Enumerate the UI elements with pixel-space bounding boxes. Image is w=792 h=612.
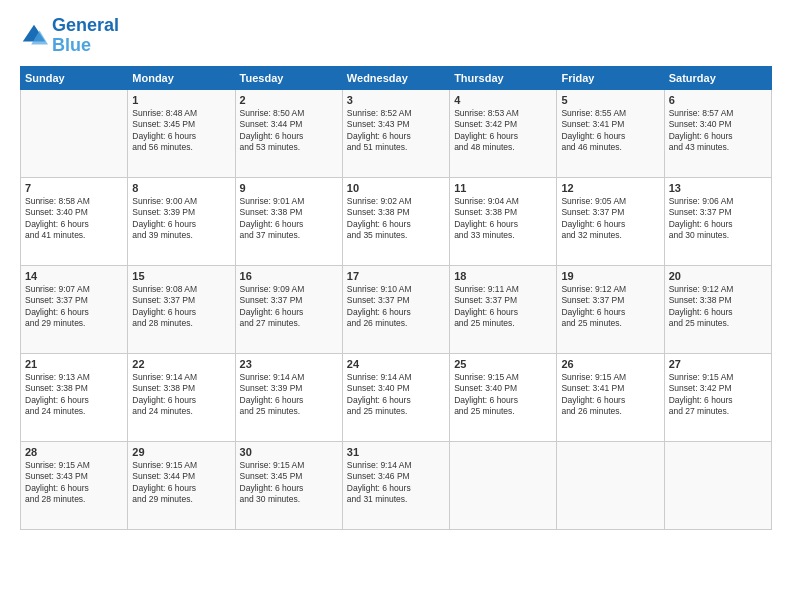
day-number: 25	[454, 358, 552, 370]
day-number: 7	[25, 182, 123, 194]
day-info: Sunrise: 8:53 AMSunset: 3:42 PMDaylight:…	[454, 108, 552, 154]
day-number: 16	[240, 270, 338, 282]
day-number: 24	[347, 358, 445, 370]
column-header-friday: Friday	[557, 66, 664, 89]
day-info: Sunrise: 9:14 AMSunset: 3:38 PMDaylight:…	[132, 372, 230, 418]
calendar-table: SundayMondayTuesdayWednesdayThursdayFrid…	[20, 66, 772, 530]
day-number: 28	[25, 446, 123, 458]
calendar-cell: 5Sunrise: 8:55 AMSunset: 3:41 PMDaylight…	[557, 89, 664, 177]
day-number: 1	[132, 94, 230, 106]
day-number: 18	[454, 270, 552, 282]
calendar-cell: 15Sunrise: 9:08 AMSunset: 3:37 PMDayligh…	[128, 265, 235, 353]
day-number: 17	[347, 270, 445, 282]
day-info: Sunrise: 9:01 AMSunset: 3:38 PMDaylight:…	[240, 196, 338, 242]
day-info: Sunrise: 9:02 AMSunset: 3:38 PMDaylight:…	[347, 196, 445, 242]
day-number: 5	[561, 94, 659, 106]
day-info: Sunrise: 9:11 AMSunset: 3:37 PMDaylight:…	[454, 284, 552, 330]
day-number: 22	[132, 358, 230, 370]
day-info: Sunrise: 9:14 AMSunset: 3:46 PMDaylight:…	[347, 460, 445, 506]
calendar-cell: 10Sunrise: 9:02 AMSunset: 3:38 PMDayligh…	[342, 177, 449, 265]
calendar-cell: 4Sunrise: 8:53 AMSunset: 3:42 PMDaylight…	[450, 89, 557, 177]
calendar-cell: 18Sunrise: 9:11 AMSunset: 3:37 PMDayligh…	[450, 265, 557, 353]
calendar-cell: 26Sunrise: 9:15 AMSunset: 3:41 PMDayligh…	[557, 353, 664, 441]
day-info: Sunrise: 9:15 AMSunset: 3:43 PMDaylight:…	[25, 460, 123, 506]
column-header-thursday: Thursday	[450, 66, 557, 89]
day-info: Sunrise: 9:07 AMSunset: 3:37 PMDaylight:…	[25, 284, 123, 330]
logo-text: GeneralBlue	[52, 16, 119, 56]
day-info: Sunrise: 9:13 AMSunset: 3:38 PMDaylight:…	[25, 372, 123, 418]
day-info: Sunrise: 9:10 AMSunset: 3:37 PMDaylight:…	[347, 284, 445, 330]
calendar-cell	[557, 441, 664, 529]
day-number: 20	[669, 270, 767, 282]
calendar-cell: 24Sunrise: 9:14 AMSunset: 3:40 PMDayligh…	[342, 353, 449, 441]
calendar-cell: 30Sunrise: 9:15 AMSunset: 3:45 PMDayligh…	[235, 441, 342, 529]
calendar-cell: 2Sunrise: 8:50 AMSunset: 3:44 PMDaylight…	[235, 89, 342, 177]
day-number: 4	[454, 94, 552, 106]
day-info: Sunrise: 9:15 AMSunset: 3:40 PMDaylight:…	[454, 372, 552, 418]
day-info: Sunrise: 9:04 AMSunset: 3:38 PMDaylight:…	[454, 196, 552, 242]
day-number: 21	[25, 358, 123, 370]
day-number: 13	[669, 182, 767, 194]
day-number: 31	[347, 446, 445, 458]
calendar-cell	[21, 89, 128, 177]
logo: GeneralBlue	[20, 16, 119, 56]
calendar-cell	[450, 441, 557, 529]
day-number: 15	[132, 270, 230, 282]
day-info: Sunrise: 8:52 AMSunset: 3:43 PMDaylight:…	[347, 108, 445, 154]
day-number: 2	[240, 94, 338, 106]
calendar-cell: 19Sunrise: 9:12 AMSunset: 3:37 PMDayligh…	[557, 265, 664, 353]
day-number: 11	[454, 182, 552, 194]
calendar-cell: 9Sunrise: 9:01 AMSunset: 3:38 PMDaylight…	[235, 177, 342, 265]
calendar-cell: 1Sunrise: 8:48 AMSunset: 3:45 PMDaylight…	[128, 89, 235, 177]
calendar-cell	[664, 441, 771, 529]
calendar-cell: 17Sunrise: 9:10 AMSunset: 3:37 PMDayligh…	[342, 265, 449, 353]
calendar-cell: 21Sunrise: 9:13 AMSunset: 3:38 PMDayligh…	[21, 353, 128, 441]
day-info: Sunrise: 9:09 AMSunset: 3:37 PMDaylight:…	[240, 284, 338, 330]
calendar-cell: 11Sunrise: 9:04 AMSunset: 3:38 PMDayligh…	[450, 177, 557, 265]
calendar-cell: 6Sunrise: 8:57 AMSunset: 3:40 PMDaylight…	[664, 89, 771, 177]
calendar-cell: 28Sunrise: 9:15 AMSunset: 3:43 PMDayligh…	[21, 441, 128, 529]
day-number: 23	[240, 358, 338, 370]
column-header-sunday: Sunday	[21, 66, 128, 89]
day-info: Sunrise: 9:08 AMSunset: 3:37 PMDaylight:…	[132, 284, 230, 330]
day-number: 12	[561, 182, 659, 194]
calendar-cell: 25Sunrise: 9:15 AMSunset: 3:40 PMDayligh…	[450, 353, 557, 441]
day-number: 6	[669, 94, 767, 106]
day-info: Sunrise: 9:15 AMSunset: 3:42 PMDaylight:…	[669, 372, 767, 418]
day-info: Sunrise: 9:12 AMSunset: 3:37 PMDaylight:…	[561, 284, 659, 330]
calendar-cell: 7Sunrise: 8:58 AMSunset: 3:40 PMDaylight…	[21, 177, 128, 265]
calendar-cell: 16Sunrise: 9:09 AMSunset: 3:37 PMDayligh…	[235, 265, 342, 353]
calendar-cell: 22Sunrise: 9:14 AMSunset: 3:38 PMDayligh…	[128, 353, 235, 441]
column-header-wednesday: Wednesday	[342, 66, 449, 89]
column-header-saturday: Saturday	[664, 66, 771, 89]
logo-icon	[20, 22, 48, 50]
day-info: Sunrise: 9:15 AMSunset: 3:44 PMDaylight:…	[132, 460, 230, 506]
day-info: Sunrise: 9:06 AMSunset: 3:37 PMDaylight:…	[669, 196, 767, 242]
day-info: Sunrise: 9:14 AMSunset: 3:39 PMDaylight:…	[240, 372, 338, 418]
day-info: Sunrise: 9:05 AMSunset: 3:37 PMDaylight:…	[561, 196, 659, 242]
calendar-cell: 27Sunrise: 9:15 AMSunset: 3:42 PMDayligh…	[664, 353, 771, 441]
day-number: 14	[25, 270, 123, 282]
day-info: Sunrise: 8:57 AMSunset: 3:40 PMDaylight:…	[669, 108, 767, 154]
day-number: 10	[347, 182, 445, 194]
calendar-cell: 29Sunrise: 9:15 AMSunset: 3:44 PMDayligh…	[128, 441, 235, 529]
calendar-cell: 12Sunrise: 9:05 AMSunset: 3:37 PMDayligh…	[557, 177, 664, 265]
calendar-cell: 8Sunrise: 9:00 AMSunset: 3:39 PMDaylight…	[128, 177, 235, 265]
page-header: GeneralBlue	[20, 16, 772, 56]
day-number: 3	[347, 94, 445, 106]
column-header-monday: Monday	[128, 66, 235, 89]
day-number: 30	[240, 446, 338, 458]
day-number: 8	[132, 182, 230, 194]
day-number: 19	[561, 270, 659, 282]
day-info: Sunrise: 9:12 AMSunset: 3:38 PMDaylight:…	[669, 284, 767, 330]
day-number: 29	[132, 446, 230, 458]
day-info: Sunrise: 9:15 AMSunset: 3:41 PMDaylight:…	[561, 372, 659, 418]
day-info: Sunrise: 9:14 AMSunset: 3:40 PMDaylight:…	[347, 372, 445, 418]
day-info: Sunrise: 9:15 AMSunset: 3:45 PMDaylight:…	[240, 460, 338, 506]
day-info: Sunrise: 8:48 AMSunset: 3:45 PMDaylight:…	[132, 108, 230, 154]
day-info: Sunrise: 8:50 AMSunset: 3:44 PMDaylight:…	[240, 108, 338, 154]
calendar-cell: 23Sunrise: 9:14 AMSunset: 3:39 PMDayligh…	[235, 353, 342, 441]
day-info: Sunrise: 9:00 AMSunset: 3:39 PMDaylight:…	[132, 196, 230, 242]
calendar-cell: 14Sunrise: 9:07 AMSunset: 3:37 PMDayligh…	[21, 265, 128, 353]
day-number: 27	[669, 358, 767, 370]
